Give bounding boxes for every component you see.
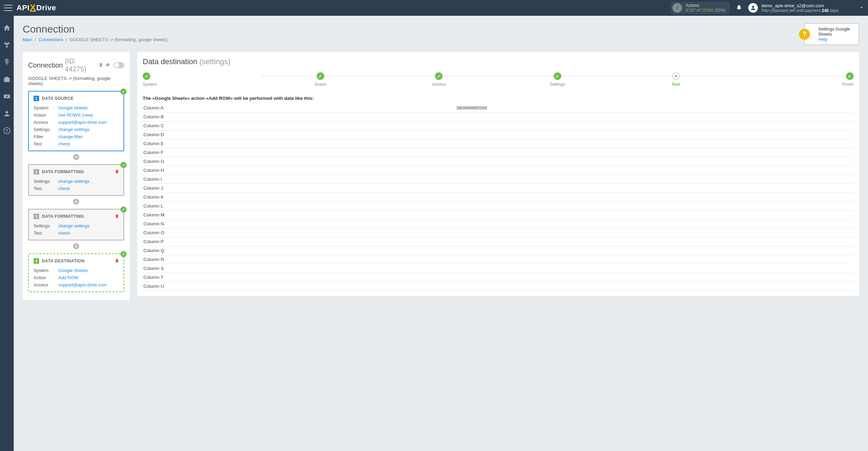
breadcrumb-current: GOOGLE SHEETS -> (formatting, google she…	[70, 37, 168, 42]
step-done-icon: ✓	[554, 72, 561, 80]
trash-icon[interactable]	[115, 258, 119, 264]
page-title: Connection	[23, 23, 167, 35]
link-access[interactable]: support@apix-drive.com	[58, 282, 107, 287]
sidenav: ?	[0, 16, 14, 451]
wizard-steps: ✓ System ✓ Action ✓ Access ✓ Settings Te…	[143, 72, 854, 87]
user-plan: Plan |Standart| left until payment 240 d…	[761, 8, 838, 13]
kv-row: Settingschange settings	[34, 127, 119, 132]
actions-badge[interactable]: i Actions: 8'247 of 15'000 (55%)	[670, 2, 730, 14]
link-settings[interactable]: change settings	[58, 223, 90, 228]
card-header: 2DATA FORMATTING	[34, 169, 119, 175]
card-header: 4DATA DESTINATION	[34, 258, 119, 264]
sitemap-icon[interactable]	[3, 41, 11, 49]
breadcrumb-connections[interactable]: Connections	[38, 37, 63, 42]
table-row: Column G	[143, 157, 854, 166]
table-row: Column E	[143, 139, 854, 148]
card-data-destination[interactable]: ✓ 4DATA DESTINATION SystemGoogle SheetsA…	[28, 253, 124, 292]
trash-icon[interactable]	[115, 214, 119, 219]
check-icon: ✓	[120, 162, 127, 168]
kv-row: Settingschange settings	[34, 179, 119, 184]
table-row: Column A380968885566	[143, 104, 854, 112]
chevron-down-icon[interactable]	[859, 5, 864, 11]
connection-panel: Connection (ID: 44275) GOOGLE SHEETS -> …	[23, 52, 130, 300]
add-step-button[interactable]: +	[73, 199, 79, 205]
table-row: Column N	[143, 219, 854, 228]
bell-icon[interactable]	[736, 4, 742, 12]
link-system[interactable]: Google Sheets	[58, 105, 88, 110]
connection-id: (ID: 44275)	[65, 57, 96, 73]
card-data-source[interactable]: ✓ 1DATA SOURCE SystemGoogle SheetsAction…	[28, 91, 124, 151]
check-icon: ✓	[120, 206, 127, 213]
document-icon[interactable]	[98, 62, 103, 68]
link-system[interactable]: Google Sheets	[58, 268, 88, 273]
briefcase-icon[interactable]	[3, 75, 11, 83]
kv-row: SystemGoogle Sheets	[34, 105, 119, 110]
gear-icon[interactable]	[105, 62, 110, 68]
link-settings[interactable]: change settings	[58, 179, 90, 184]
link-test[interactable]: check	[58, 186, 70, 191]
menu-toggle[interactable]	[4, 5, 12, 11]
avatar-icon	[748, 3, 758, 13]
help-link[interactable]: Help	[818, 37, 854, 42]
question-icon: ?	[799, 29, 810, 40]
table-row: Column L	[143, 202, 854, 211]
step-finish[interactable]: ✓ Finish	[735, 72, 854, 87]
card-data-formatting[interactable]: ✓ 3DATA FORMATTING Settingschange settin…	[28, 209, 124, 240]
home-icon[interactable]	[3, 24, 11, 32]
table-row: Column M	[143, 211, 854, 219]
destination-panel: Data destination (settings) ✓ System ✓ A…	[137, 52, 859, 296]
card-header: 1DATA SOURCE	[34, 96, 119, 101]
check-icon: ✓	[120, 88, 127, 95]
kv-row: ActionGet ROWS (new)	[34, 112, 119, 118]
add-step-button[interactable]: +	[73, 154, 79, 160]
link-action[interactable]: Add ROW	[58, 275, 79, 280]
add-step-button[interactable]: +	[73, 243, 79, 249]
actions-used: 8'247	[685, 8, 695, 13]
kv-row: Testcheck	[34, 186, 119, 191]
dollar-icon[interactable]	[3, 58, 11, 66]
breadcrumb: Main / Connections / GOOGLE SHEETS -> (f…	[23, 37, 167, 42]
table-row: Column S	[143, 264, 854, 273]
svg-point-1	[5, 111, 8, 114]
table-row: Column C	[143, 121, 854, 130]
enable-toggle[interactable]	[114, 62, 124, 68]
link-test[interactable]: check	[58, 230, 70, 236]
link-access[interactable]: support@apix-drive.com	[58, 120, 107, 125]
user-block[interactable]: demo_apix-drive_s2@com.com Plan |Standar…	[748, 3, 838, 13]
table-row: Column P	[143, 237, 854, 246]
brand-logo[interactable]: API X Drive	[16, 3, 56, 12]
table-row: Column Q	[143, 246, 854, 255]
breadcrumb-main[interactable]: Main	[23, 37, 32, 42]
card-data-formatting[interactable]: ✓ 2DATA FORMATTING Settingschange settin…	[28, 164, 124, 196]
step-settings[interactable]: ✓ Settings	[498, 72, 617, 87]
help-box[interactable]: ? Settings Google Sheets Help	[804, 23, 859, 45]
trash-icon[interactable]	[115, 169, 119, 175]
step-done-icon: ✓	[143, 72, 150, 80]
user-email: demo_apix-drive_s2@com.com	[761, 3, 838, 8]
actions-of: of	[697, 8, 700, 13]
step-done-icon: ✓	[846, 72, 854, 80]
help-icon[interactable]: ?	[3, 127, 11, 134]
step-label: Action	[261, 82, 379, 87]
link-settings[interactable]: change settings	[58, 127, 90, 132]
step-access[interactable]: ✓ Access	[380, 72, 498, 87]
step-current-icon	[672, 72, 680, 80]
table-row: Column F	[143, 148, 854, 157]
destination-table: Column A380968885566Column BColumn CColu…	[143, 104, 854, 291]
table-row: Column R	[143, 255, 854, 264]
destination-title: Data destination (settings)	[143, 57, 854, 66]
link-test[interactable]: check	[58, 141, 70, 146]
topbar: API X Drive i Actions: 8'247 of 15'000 (…	[0, 0, 868, 16]
link-filter[interactable]: change filter	[58, 134, 83, 139]
step-test[interactable]: Test	[617, 72, 735, 87]
step-action[interactable]: ✓ Action	[261, 72, 379, 87]
connection-subtitle: GOOGLE SHEETS -> (formatting, google she…	[28, 76, 124, 86]
user-icon[interactable]	[3, 110, 11, 117]
info-icon: i	[672, 3, 682, 13]
step-label: System	[143, 82, 261, 87]
link-action[interactable]: Get ROWS (new)	[58, 112, 93, 118]
step-system[interactable]: ✓ System	[143, 72, 261, 87]
kv-row: Filterchange filter	[34, 134, 119, 139]
youtube-icon[interactable]	[3, 93, 11, 100]
step-label: Finish	[735, 82, 854, 87]
